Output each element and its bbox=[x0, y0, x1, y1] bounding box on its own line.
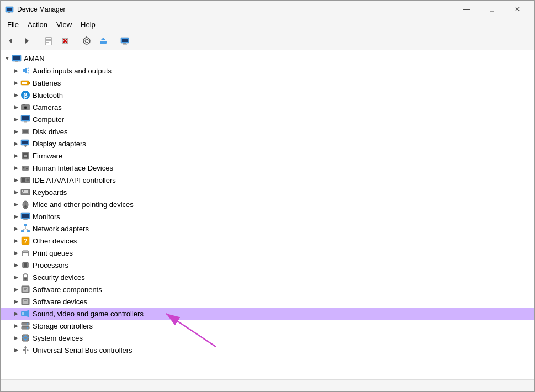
expand-arrow[interactable]: ▶ bbox=[12, 261, 20, 269]
svg-rect-20 bbox=[123, 44, 127, 44]
svg-rect-38 bbox=[22, 116, 29, 120]
bluetooth-icon: β bbox=[20, 90, 30, 100]
tree-item[interactable]: ▶Display adapters bbox=[1, 137, 534, 150]
storage-icon bbox=[20, 321, 30, 331]
tree-item[interactable]: ▶Monitors bbox=[1, 210, 534, 223]
close-button[interactable]: ✕ bbox=[505, 1, 530, 18]
svg-rect-78 bbox=[23, 253, 28, 256]
tree-item[interactable]: ▶System devices bbox=[1, 332, 534, 344]
item-label: System devices bbox=[33, 334, 83, 342]
menu-file[interactable]: File bbox=[3, 18, 23, 31]
computer-icon bbox=[20, 114, 30, 124]
tree-item[interactable]: ▶Software devices bbox=[1, 295, 534, 308]
tree-item[interactable]: ▶Processors bbox=[1, 259, 534, 271]
svg-rect-94 bbox=[23, 299, 28, 304]
tree-item[interactable]: ▶Human Interface Devices bbox=[1, 162, 534, 174]
svg-rect-58 bbox=[25, 190, 27, 192]
item-label: Print queues bbox=[33, 249, 73, 257]
expand-arrow[interactable]: ▶ bbox=[12, 91, 20, 99]
svg-rect-48 bbox=[22, 166, 29, 171]
expand-arrow[interactable]: ▶ bbox=[12, 127, 20, 136]
tree-items-container: ▶Audio inputs and outputs▶Batteries▶βBlu… bbox=[1, 65, 534, 356]
mouse-icon bbox=[20, 199, 30, 209]
tree-item[interactable]: ▶Software components bbox=[1, 283, 534, 295]
expand-arrow[interactable]: ▶ bbox=[12, 78, 20, 87]
update-driver-button[interactable] bbox=[96, 33, 111, 49]
tree-item[interactable]: ▶?Other devices bbox=[1, 235, 534, 247]
tree-item[interactable]: ▶Firmware bbox=[1, 150, 534, 162]
tree-item[interactable]: ▶Storage controllers bbox=[1, 320, 534, 332]
expand-arrow[interactable]: ▶ bbox=[12, 346, 20, 354]
tree-item[interactable]: ▶Mice and other pointing devices bbox=[1, 198, 534, 210]
item-label: Software devices bbox=[33, 298, 87, 306]
tree-item[interactable]: ▶Network adapters bbox=[1, 223, 534, 235]
tree-item[interactable]: ▶IDE ATA/ATAPI controllers bbox=[1, 174, 534, 186]
uninstall-button[interactable] bbox=[57, 33, 73, 49]
svg-rect-22 bbox=[13, 56, 20, 60]
system-icon bbox=[20, 333, 30, 343]
expand-arrow[interactable]: ▶ bbox=[12, 285, 20, 294]
software-icon bbox=[20, 284, 30, 294]
tree-item[interactable]: ▶Computer bbox=[1, 113, 534, 125]
item-label: IDE ATA/ATAPI controllers bbox=[33, 176, 116, 184]
tree-item[interactable]: ▶Security devices bbox=[1, 271, 534, 283]
expand-arrow[interactable]: ▶ bbox=[12, 333, 20, 342]
item-label: Human Interface Devices bbox=[33, 164, 113, 172]
svg-point-88 bbox=[24, 278, 27, 280]
item-label: Computer bbox=[33, 115, 64, 124]
tree-item[interactable]: ▶Sound, video and game controllers bbox=[1, 308, 534, 320]
expand-arrow[interactable]: ▶ bbox=[12, 309, 20, 318]
tree-item[interactable]: ▶Disk drives bbox=[1, 125, 534, 137]
expand-arrow[interactable]: ▶ bbox=[12, 248, 20, 257]
expand-arrow[interactable]: ▶ bbox=[12, 163, 20, 172]
tree-item[interactable]: ▶Universal Serial Bus controllers bbox=[1, 344, 534, 356]
expand-arrow[interactable]: ▶ bbox=[12, 297, 20, 306]
hid-icon bbox=[20, 163, 30, 173]
app-icon bbox=[5, 5, 14, 14]
expand-arrow[interactable]: ▶ bbox=[12, 224, 20, 233]
display-button[interactable] bbox=[117, 33, 133, 49]
tree-item[interactable]: ▶Cameras bbox=[1, 101, 534, 113]
minimize-button[interactable]: — bbox=[454, 1, 479, 18]
expand-arrow[interactable]: ▶ bbox=[12, 200, 20, 209]
maximize-button[interactable]: □ bbox=[479, 1, 505, 18]
menu-help[interactable]: Help bbox=[76, 18, 100, 31]
expand-arrow[interactable]: ▶ bbox=[12, 176, 20, 184]
svg-point-49 bbox=[23, 167, 25, 169]
display-icon bbox=[20, 139, 30, 149]
svg-rect-59 bbox=[27, 190, 28, 192]
expand-arrow[interactable]: ▶ bbox=[12, 151, 20, 160]
expand-arrow[interactable]: ▶ bbox=[12, 273, 20, 282]
expand-arrow[interactable]: ▶ bbox=[12, 139, 20, 148]
expand-arrow[interactable]: ▶ bbox=[12, 236, 20, 245]
toolbar bbox=[1, 31, 534, 50]
svg-rect-80 bbox=[24, 263, 27, 267]
properties-button[interactable] bbox=[41, 33, 56, 49]
expand-arrow[interactable]: ▶ bbox=[12, 321, 20, 330]
tree-item[interactable]: ▶Keyboards bbox=[1, 186, 534, 198]
tree-view[interactable]: ▼ AMAN ▶Audio inputs and outputs▶Batteri… bbox=[1, 50, 534, 379]
tree-item[interactable]: ▶Audio inputs and outputs bbox=[1, 65, 534, 77]
item-label: Universal Serial Bus controllers bbox=[33, 346, 133, 354]
forward-button[interactable] bbox=[19, 33, 35, 49]
menu-view[interactable]: View bbox=[52, 18, 76, 31]
menu-action[interactable]: Action bbox=[23, 18, 52, 31]
expand-arrow[interactable]: ▶ bbox=[12, 103, 20, 112]
audio-icon bbox=[20, 66, 30, 76]
root-expand-arrow[interactable]: ▼ bbox=[3, 54, 12, 63]
expand-arrow[interactable]: ▶ bbox=[12, 115, 20, 124]
svg-rect-41 bbox=[23, 130, 28, 133]
expand-arrow[interactable]: ▶ bbox=[12, 212, 20, 221]
expand-arrow[interactable]: ▶ bbox=[12, 66, 20, 75]
svg-rect-36 bbox=[23, 104, 25, 105]
back-button[interactable] bbox=[3, 33, 18, 49]
svg-rect-1 bbox=[7, 8, 12, 11]
root-item[interactable]: ▼ AMAN bbox=[1, 52, 534, 65]
tree-item[interactable]: ▶Batteries bbox=[1, 77, 534, 89]
scan-button[interactable] bbox=[79, 33, 94, 49]
tree-item[interactable]: ▶Print queues bbox=[1, 247, 534, 259]
item-label: Keyboards bbox=[33, 188, 67, 197]
tree-item[interactable]: ▶βBluetooth bbox=[1, 89, 534, 101]
expand-arrow[interactable]: ▶ bbox=[12, 188, 20, 197]
svg-rect-23 bbox=[15, 61, 18, 62]
